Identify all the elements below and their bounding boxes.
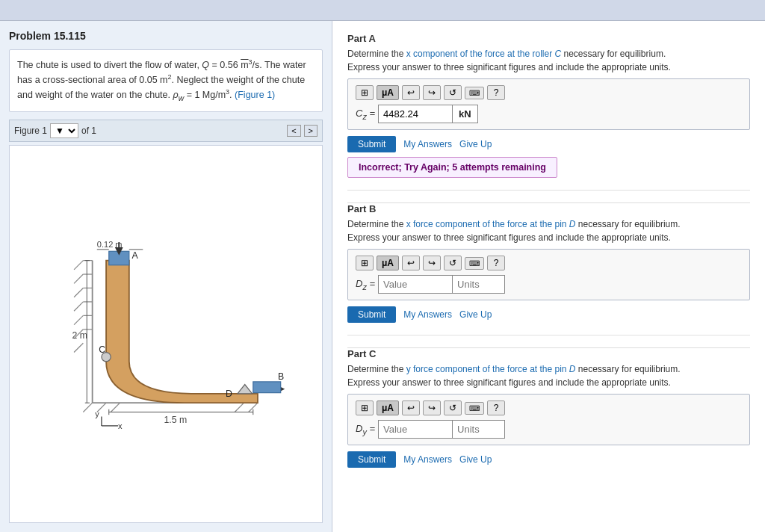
part-b-refresh-btn[interactable]: ↺ xyxy=(444,256,462,270)
svg-point-39 xyxy=(102,353,111,362)
part-a-keyboard-btn[interactable]: ⌨ xyxy=(465,87,484,99)
svg-line-3 xyxy=(111,403,120,412)
part-a-toolbar: ⊞ μA ↩ ↪ ↺ ⌨ ? xyxy=(356,85,742,100)
part-c-express-note: Express your answer to three significant… xyxy=(347,377,750,388)
part-c-title: Part C xyxy=(347,348,750,359)
problem-text: The chute is used to divert the flow of … xyxy=(9,49,323,112)
figure-controls: Figure 1 ▼ of 1 < > xyxy=(9,120,323,142)
part-a-submit-button[interactable]: Submit xyxy=(347,136,396,152)
part-b-help-btn[interactable]: ? xyxy=(487,256,505,270)
part-a-undo-btn[interactable]: ↩ xyxy=(402,85,420,100)
part-a-answer-row: Cz = kN xyxy=(356,105,742,123)
part-a-refresh-btn[interactable]: ↺ xyxy=(444,85,462,100)
part-c-refresh-btn[interactable]: ↺ xyxy=(444,400,462,415)
part-b-undo-btn[interactable]: ↩ xyxy=(402,256,420,270)
svg-line-15 xyxy=(74,288,83,297)
part-c-section: Part C Determine the y force component o… xyxy=(347,348,750,480)
svg-rect-23 xyxy=(253,382,281,393)
top-bar xyxy=(0,0,765,21)
figure-label: Figure 1 xyxy=(14,126,47,136)
part-c-redo-btn[interactable]: ↪ xyxy=(423,400,441,415)
svg-line-19 xyxy=(74,343,83,352)
svg-text:D: D xyxy=(226,389,232,399)
part-a-input-box: ⊞ μA ↩ ↪ ↺ ⌨ ? Cz = kN xyxy=(347,78,750,130)
part-c-give-up-link[interactable]: Give Up xyxy=(459,454,492,465)
part-c-keyboard-btn[interactable]: ⌨ xyxy=(465,402,484,415)
svg-text:A: A xyxy=(132,250,139,261)
part-a-grid-btn[interactable]: ⊞ xyxy=(356,85,374,100)
part-c-my-answers-link[interactable]: My Answers xyxy=(403,454,452,465)
right-panel: Part A Determine the x component of the … xyxy=(332,21,765,532)
svg-text:y: y xyxy=(95,409,99,418)
part-a-express-note: Express your answer to three significant… xyxy=(347,62,750,72)
part-c-undo-btn[interactable]: ↩ xyxy=(402,400,420,415)
part-b-units-input[interactable] xyxy=(453,275,505,294)
part-b-mu-btn[interactable]: μA xyxy=(377,256,399,270)
part-a-btn-row: Submit My Answers Give Up xyxy=(347,136,750,152)
figure-prev-button[interactable]: < xyxy=(287,125,300,137)
part-c-description: Determine the y force component of the f… xyxy=(347,364,750,374)
svg-text:x: x xyxy=(118,421,123,430)
part-c-btn-row: Submit My Answers Give Up xyxy=(347,451,750,468)
part-c-value-input[interactable] xyxy=(378,420,453,439)
part-c-mu-btn[interactable]: μA xyxy=(377,400,399,415)
part-b-my-answers-link[interactable]: My Answers xyxy=(403,309,452,320)
part-b-toolbar: ⊞ μA ↩ ↪ ↺ ⌨ ? xyxy=(356,256,742,270)
svg-line-17 xyxy=(74,315,83,324)
figure-next-button[interactable]: > xyxy=(304,125,318,137)
part-b-var-label: Dz = xyxy=(356,278,375,291)
svg-text:2 m: 2 m xyxy=(72,330,87,341)
part-b-grid-btn[interactable]: ⊞ xyxy=(356,256,374,270)
part-b-express-note: Express your answer to three significant… xyxy=(347,232,750,243)
part-b-redo-btn[interactable]: ↪ xyxy=(423,256,441,270)
part-a-redo-btn[interactable]: ↪ xyxy=(423,85,441,100)
part-a-my-answers-link[interactable]: My Answers xyxy=(403,139,452,149)
part-a-mu-btn[interactable]: μA xyxy=(377,85,399,100)
svg-text:1.5 m: 1.5 m xyxy=(164,415,188,425)
svg-marker-40 xyxy=(238,385,253,394)
part-c-grid-btn[interactable]: ⊞ xyxy=(356,400,374,415)
part-b-input-box: ⊞ μA ↩ ↪ ↺ ⌨ ? Dz = xyxy=(347,249,750,300)
part-a-units-display: kN xyxy=(453,105,478,123)
part-b-give-up-link[interactable]: Give Up xyxy=(459,309,492,320)
part-a-give-up-link[interactable]: Give Up xyxy=(459,139,492,149)
part-b-title: Part B xyxy=(347,203,750,214)
part-c-var-label: Dy = xyxy=(356,423,375,436)
problem-title: Problem 15.115 xyxy=(9,30,323,42)
part-c-help-btn[interactable]: ? xyxy=(487,400,505,415)
svg-line-1 xyxy=(83,403,92,412)
part-b-keyboard-btn[interactable]: ⌨ xyxy=(465,257,484,270)
svg-text:0.12 m: 0.12 m xyxy=(97,240,123,249)
part-a-description: Determine the x component of the force a… xyxy=(347,49,750,59)
part-a-value-input[interactable] xyxy=(378,105,453,123)
figure-of-label: of 1 xyxy=(81,126,96,136)
figure-area: 0.12 m 2 m 1.5 m A B C D xyxy=(9,145,323,523)
svg-rect-20 xyxy=(109,251,129,265)
part-c-toolbar: ⊞ μA ↩ ↪ ↺ ⌨ ? xyxy=(356,400,742,415)
part-b-submit-button[interactable]: Submit xyxy=(347,306,396,323)
part-c-units-input[interactable] xyxy=(453,420,505,439)
part-a-section: Part A Determine the x component of the … xyxy=(347,33,750,191)
svg-line-16 xyxy=(74,302,83,311)
figure-select[interactable]: ▼ xyxy=(50,123,78,138)
part-a-error-banner: Incorrect; Try Again; 5 attempts remaini… xyxy=(347,157,557,178)
figure-svg: 0.12 m 2 m 1.5 m A B C D xyxy=(10,146,322,522)
part-c-input-box: ⊞ μA ↩ ↪ ↺ ⌨ ? Dy = xyxy=(347,394,750,445)
svg-line-14 xyxy=(74,274,83,283)
part-b-section: Part B Determine the x force component o… xyxy=(347,203,750,335)
part-b-value-input[interactable] xyxy=(378,275,453,294)
left-panel: Problem 15.115 The chute is used to dive… xyxy=(0,21,332,532)
svg-line-13 xyxy=(74,261,83,270)
part-b-description: Determine the x force component of the f… xyxy=(347,219,750,229)
svg-line-5 xyxy=(235,403,244,412)
svg-text:B: B xyxy=(278,372,284,383)
part-b-answer-row: Dz = xyxy=(356,275,742,294)
part-a-help-btn[interactable]: ? xyxy=(487,85,505,100)
part-a-var-label: Cz = xyxy=(356,108,375,121)
part-c-answer-row: Dy = xyxy=(356,420,742,439)
part-c-submit-button[interactable]: Submit xyxy=(347,451,396,468)
part-b-btn-row: Submit My Answers Give Up xyxy=(347,306,750,323)
part-a-title: Part A xyxy=(347,33,750,44)
